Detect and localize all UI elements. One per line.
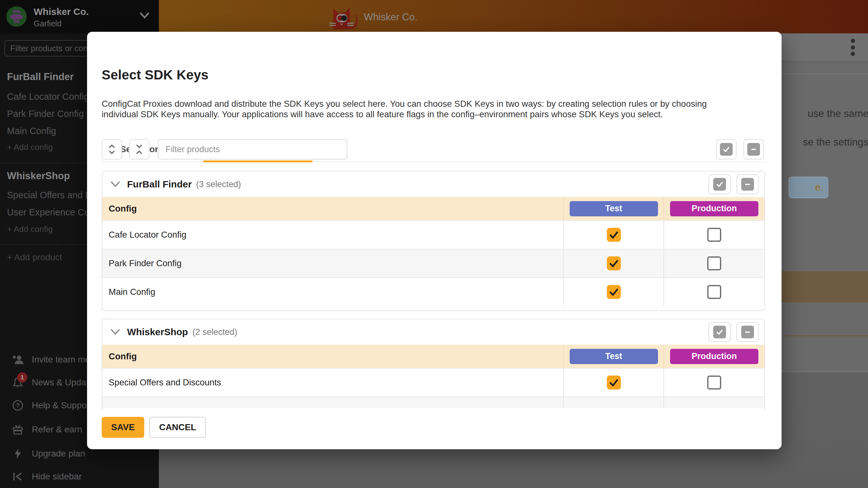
config-column-header: Config <box>102 204 563 214</box>
org-switcher[interactable]: Whisker Co. Garfield <box>0 0 159 33</box>
collapse-all-icon <box>135 144 143 155</box>
checkbox-checked-icon <box>713 326 726 338</box>
expand-all-button[interactable] <box>102 139 122 159</box>
sidebar-bottom-label: Upgrade plan <box>32 449 85 459</box>
test-checkbox[interactable] <box>607 375 621 390</box>
env-badge-production: Production <box>670 349 758 364</box>
sidebar-item-main-config[interactable]: Main Config <box>7 126 56 136</box>
env-badge-test: Test <box>570 201 658 216</box>
notification-badge: 1 <box>17 372 27 383</box>
lightning-icon <box>12 448 24 459</box>
svg-text:?: ? <box>16 402 20 409</box>
chevron-down-icon <box>111 181 120 187</box>
config-name: Main Config <box>102 287 563 297</box>
gift-icon <box>12 424 24 435</box>
refer-earn-button[interactable]: Refer & earn <box>12 424 82 435</box>
save-button[interactable]: SAVE <box>102 417 144 438</box>
production-checkbox[interactable] <box>707 375 721 390</box>
upgrade-plan-button[interactable]: Upgrade plan <box>12 448 85 459</box>
deselect-all-button[interactable] <box>743 139 764 159</box>
checkbox-minus-icon <box>747 143 760 156</box>
top-bar-brand: Whisker Co. <box>364 11 417 23</box>
sidebar-item-park-finder[interactable]: Park Finder Config <box>7 109 84 119</box>
table-header: Config Test Production <box>102 197 765 220</box>
sidebar-bottom-label: Refer & earn <box>32 424 82 435</box>
checkbox-minus-icon <box>741 326 754 338</box>
table-row: Park Finder Config <box>102 249 765 277</box>
sidebar-item-cafe-locator[interactable]: Cafe Locator Config <box>7 92 89 102</box>
product-group-furball-finder: FurBall Finder (3 selected) Config Test … <box>102 171 765 311</box>
brand-cat-icon <box>329 3 364 32</box>
collapse-all-button[interactable] <box>129 139 149 159</box>
chevron-down-icon <box>111 329 120 335</box>
person-plus-icon <box>12 354 24 365</box>
expand-all-icon <box>108 144 116 155</box>
group-deselect-all-button[interactable] <box>737 175 759 194</box>
table-row-clipped <box>102 396 765 408</box>
question-circle-icon: ? <box>12 400 24 411</box>
background-link-chip: e. <box>788 177 828 198</box>
env-badge-production: Production <box>670 201 758 216</box>
kebab-menu-icon[interactable] <box>851 39 855 56</box>
collapse-left-icon <box>12 471 24 482</box>
production-checkbox[interactable] <box>707 256 721 270</box>
group-select-all-button[interactable] <box>709 175 731 194</box>
production-checkbox[interactable] <box>707 285 721 299</box>
add-config-button[interactable]: + Add config <box>7 224 53 234</box>
checkbox-minus-icon <box>741 178 754 191</box>
config-name: Special Offers and Discounts <box>102 377 563 388</box>
modal-filter-input[interactable] <box>158 139 347 159</box>
cancel-button[interactable]: CANCEL <box>149 417 206 438</box>
help-support-button[interactable]: ? Help & Support <box>12 400 92 411</box>
sidebar-filter-input[interactable] <box>4 40 100 57</box>
add-config-button[interactable]: + Add config <box>7 142 53 152</box>
top-bar: Whisker Co. <box>159 0 868 33</box>
group-selected-count: (2 selected) <box>192 327 237 337</box>
sidebar-product-whiskershop[interactable]: WhiskerShop <box>7 170 70 182</box>
sidebar-product-furball[interactable]: FurBall Finder <box>7 71 74 83</box>
org-name: Whisker Co. <box>34 6 89 17</box>
org-avatar <box>6 6 27 27</box>
env-badge-test: Test <box>570 349 658 364</box>
checkbox-checked-icon <box>720 143 733 156</box>
config-name: Cafe Locator Config <box>102 230 563 240</box>
sidebar-bottom-label: Hide sidebar <box>32 471 82 482</box>
modal-title: Select SDK Keys <box>102 67 209 83</box>
table-row: Cafe Locator Config <box>102 220 765 249</box>
modal-description: ConfigCat Proxies download and distribut… <box>102 98 740 119</box>
group-header[interactable]: WhiskerShop (2 selected) <box>102 319 765 345</box>
group-select-all-button[interactable] <box>709 322 731 342</box>
group-name: WhiskerShop <box>127 327 188 337</box>
news-updates-button[interactable]: 1 News & Updates <box>12 377 98 388</box>
config-column-header: Config <box>102 352 563 362</box>
group-selected-count: (3 selected) <box>196 180 241 189</box>
table-row: Special Offers and Discounts <box>102 368 765 396</box>
bell-icon: 1 <box>12 377 24 388</box>
chevron-down-icon <box>140 12 149 19</box>
add-product-button[interactable]: + Add product <box>7 252 62 263</box>
table-row: Main Config <box>102 277 765 306</box>
background-text-1: use the same <box>808 108 868 119</box>
test-checkbox[interactable] <box>607 228 621 242</box>
checkbox-checked-icon <box>713 178 726 191</box>
config-name: Park Finder Config <box>102 258 563 269</box>
group-header[interactable]: FurBall Finder (3 selected) <box>102 172 765 197</box>
group-name: FurBall Finder <box>127 179 192 190</box>
sidebar-bottom-label: Help & Support <box>32 400 92 410</box>
table-header: Config Test Production <box>102 345 765 368</box>
background-text-2: se the settings <box>803 136 868 148</box>
test-checkbox[interactable] <box>607 285 621 299</box>
hide-sidebar-button[interactable]: Hide sidebar <box>12 471 82 482</box>
app-root: Whisker Co. use the same se the settings… <box>0 0 868 488</box>
production-checkbox[interactable] <box>707 228 721 242</box>
select-all-button[interactable] <box>716 139 737 159</box>
group-deselect-all-button[interactable] <box>737 322 759 342</box>
org-environment: Garfield <box>34 19 62 28</box>
test-checkbox[interactable] <box>607 256 621 270</box>
select-sdk-keys-modal: Select SDK Keys ConfigCat Proxies downlo… <box>87 32 782 449</box>
product-group-whiskershop: WhiskerShop (2 selected) Config Test Pro… <box>102 319 765 410</box>
